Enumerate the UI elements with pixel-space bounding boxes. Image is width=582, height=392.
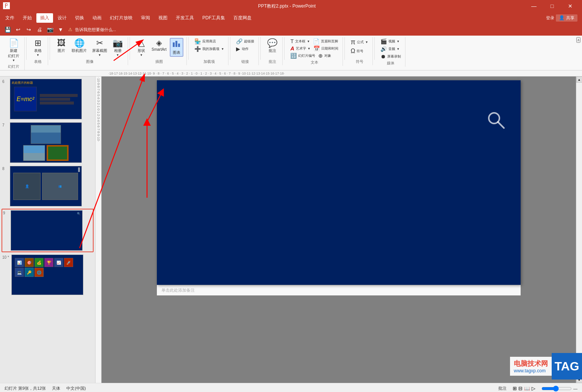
my-addins-button[interactable]: ➕ 我的加载项 ▼ <box>193 45 225 52</box>
app-store-button[interactable]: 🏪 应用商店 <box>193 38 217 45</box>
ribbon: 📄 新建幻灯片 ▼ 幻灯片 ⊞ 表格 ▼ 表格 <box>0 36 582 70</box>
slide-item-6[interactable]: 6 此处图片的标题 E=mc² <box>2 78 94 120</box>
notification-area: ⚠ 告诉我您想要做什么... <box>67 27 117 33</box>
scroll-down[interactable]: ▼ <box>576 377 582 383</box>
audio-button[interactable]: 🔊 音频 ▼ <box>379 45 401 52</box>
screenshot-button[interactable]: ✂ 屏幕截图 ▼ <box>90 38 109 58</box>
normal-view-button[interactable]: ⊞ <box>513 386 517 391</box>
online-picture-icon: 🌐 <box>74 39 84 47</box>
album-button[interactable]: 📷 相册 ▼ <box>111 38 125 58</box>
header-footer-button[interactable]: 📄 页眉和页脚 <box>312 38 339 45</box>
symbol-icon: Ω <box>350 48 355 55</box>
menu-file[interactable]: 文件 <box>2 13 18 23</box>
slide-item-10[interactable]: 10 * 📊 🎯 💰 🏆 📈 🚀 💻 🔑 🌐 <box>2 254 94 296</box>
object-button[interactable]: ⊕ 对象 <box>317 52 332 59</box>
ribbon-group-addins: 🏪 应用商店 ➕ 我的加载项 ▼ 加载项 <box>190 37 228 65</box>
comment-icon: 💬 <box>267 39 277 47</box>
group-label-slides: 幻灯片 <box>8 63 19 69</box>
video-button[interactable]: 🎬 视频 ▼ <box>379 38 401 45</box>
datetime-button[interactable]: 📅 日期和时间 <box>312 45 340 52</box>
menu-bar: 文件 开始 插入 设计 切换 动画 幻灯片放映 审阅 视图 开发工具 PDF工具… <box>0 12 582 23</box>
slide-sorter-button[interactable]: ⊟ <box>518 386 523 391</box>
online-picture-button[interactable]: 🌐 联机图片 <box>70 38 89 55</box>
group-label-text: 文本 <box>311 59 318 65</box>
menu-pdf[interactable]: PDF工具集 <box>199 13 229 23</box>
slide-canvas <box>157 80 521 285</box>
slide-number-button[interactable]: 🔢 幻灯片编号 <box>289 52 316 59</box>
close-button[interactable]: ✕ <box>562 0 579 12</box>
ribbon-collapse-button[interactable]: ∧ <box>576 37 580 43</box>
zoom-slider[interactable] <box>541 386 572 392</box>
menu-design[interactable]: 设计 <box>54 13 70 23</box>
group-label-table: 表格 <box>34 58 42 64</box>
menu-developer[interactable]: 开发工具 <box>172 13 198 23</box>
title-bar: 🅿 PPT教程2.pptx - PowerPoint — □ ✕ <box>0 0 582 12</box>
screenshot-qa-button[interactable]: 📷 <box>45 25 55 34</box>
slide-item-7[interactable]: 7 <box>2 122 94 164</box>
textbox-button[interactable]: T 文本框 ▼ <box>289 38 311 45</box>
slideshow-button[interactable]: ▷ <box>532 386 535 391</box>
slide-number-8: 8 <box>2 166 8 206</box>
svg-rect-2 <box>178 44 180 47</box>
undo-qa-button[interactable]: ↩ <box>14 25 23 34</box>
screenshot-icon: ✂ <box>96 39 103 47</box>
save-qa-button[interactable]: 💾 <box>3 25 12 34</box>
formula-button[interactable]: π 公式 ▼ <box>349 38 369 47</box>
formula-icon: π <box>350 38 355 46</box>
notification-text: 告诉我您想要做什么... <box>75 27 116 32</box>
menu-slideshow[interactable]: 幻灯片放映 <box>106 13 136 23</box>
textbox-icon: T <box>290 38 294 44</box>
minimize-button[interactable]: — <box>525 0 543 12</box>
maximize-button[interactable]: □ <box>543 0 561 12</box>
slide-item-9[interactable]: 9 🔍 <box>2 209 94 252</box>
wordart-button[interactable]: A 艺术字 ▼ <box>289 45 311 52</box>
group-label-links: 链接 <box>241 58 249 64</box>
chart-button[interactable]: 图表 <box>170 38 183 57</box>
hyperlink-button[interactable]: 🔗 超链接 <box>235 38 255 45</box>
slide-thumb-8: 👤 👥 <box>10 166 82 206</box>
smartart-button[interactable]: ◈ SmartArt <box>150 38 168 53</box>
menu-animation[interactable]: 动画 <box>89 13 105 23</box>
quick-access-toolbar: 💾 ↩ ↪ 🖨 📷 ▼ ⚠ 告诉我您想要做什么... <box>0 23 582 36</box>
slide-panel[interactable]: 6 此处图片的标题 E=mc² 7 <box>0 77 95 383</box>
reading-view-button[interactable]: 📖 <box>524 386 530 391</box>
picture-icon: 🖼 <box>57 39 66 47</box>
menu-baidu[interactable]: 百度网盘 <box>230 13 255 23</box>
action-button[interactable]: ▶ 动作 <box>235 45 250 52</box>
zoom-level: — <box>573 386 577 391</box>
header-footer-icon: 📄 <box>313 38 319 44</box>
app-store-icon: 🏪 <box>194 38 201 44</box>
print-qa-button[interactable]: 🖨 <box>35 25 44 34</box>
action-icon: ▶ <box>236 46 240 52</box>
group-label-comments: 批注 <box>269 58 276 64</box>
comment-button[interactable]: 💬 批注 <box>265 38 279 55</box>
ribbon-group-slides: 📄 新建幻灯片 ▼ 幻灯片 <box>3 37 25 70</box>
notes-area[interactable]: 单击此处添加备注 <box>157 285 521 295</box>
share-button[interactable]: 👤 共享 <box>556 14 577 22</box>
login-link[interactable]: 登录 <box>546 15 554 21</box>
symbol-button[interactable]: Ω 符号 <box>349 47 365 55</box>
canvas-area[interactable]: 单击此处添加备注 <box>102 77 576 383</box>
ribbon-group-comments: 💬 批注 批注 <box>262 37 283 65</box>
my-addins-icon: ➕ <box>194 46 201 52</box>
video-icon: 🎬 <box>380 38 387 44</box>
scroll-up[interactable]: ▲ <box>576 77 582 83</box>
new-slide-button[interactable]: 📄 新建幻灯片 ▼ <box>6 38 21 63</box>
menu-insert[interactable]: 插入 <box>36 13 53 23</box>
slide-thumb-10: 📊 🎯 💰 🏆 📈 🚀 💻 🔑 🌐 <box>11 255 83 295</box>
menu-review[interactable]: 审阅 <box>137 13 154 23</box>
screen-record-button[interactable]: ⏺ 屏幕录制 <box>379 53 402 60</box>
redo-qa-button[interactable]: ↪ <box>24 25 33 34</box>
table-button[interactable]: ⊞ 表格 ▼ <box>31 38 45 58</box>
new-slide-icon: 📄 <box>9 39 19 47</box>
shapes-button[interactable]: △ 形状 ▼ <box>135 38 148 58</box>
object-icon: ⊕ <box>318 53 323 59</box>
menu-start[interactable]: 开始 <box>19 13 36 23</box>
slide-item-8[interactable]: 8 👤 👥 <box>2 165 94 207</box>
menu-view[interactable]: 视图 <box>155 13 171 23</box>
ribbon-group-text: T 文本框 ▼ 📄 页眉和页脚 A 艺术字 ▼ <box>286 37 343 66</box>
picture-button[interactable]: 🖼 图片 <box>55 38 68 55</box>
more-qa-button[interactable]: ▼ <box>56 25 65 34</box>
comments-status[interactable]: 批注 <box>498 386 507 391</box>
menu-transition[interactable]: 切换 <box>71 13 88 23</box>
